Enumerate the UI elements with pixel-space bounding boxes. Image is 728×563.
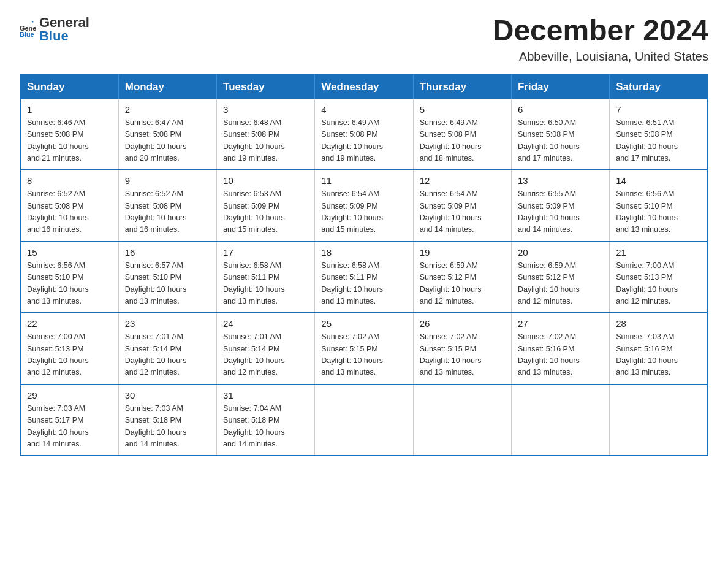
day-info: Sunrise: 6:55 AM Sunset: 5:09 PM Dayligh… [518,188,603,236]
empty-cell [315,385,413,456]
day-cell-5: 5 Sunrise: 6:49 AM Sunset: 5:08 PM Dayli… [413,99,511,170]
calendar-table: SundayMondayTuesdayWednesdayThursdayFrid… [20,74,708,457]
day-number: 6 [518,104,603,115]
calendar-subtitle: Abbeville, Louisiana, United States [493,50,708,64]
day-number: 12 [420,175,505,186]
header-saturday: Saturday [610,74,708,99]
day-cell-11: 11 Sunrise: 6:54 AM Sunset: 5:09 PM Dayl… [315,170,413,242]
day-info: Sunrise: 6:54 AM Sunset: 5:09 PM Dayligh… [420,188,505,236]
svg-text:Blue: Blue [20,31,34,39]
day-cell-21: 21 Sunrise: 7:00 AM Sunset: 5:13 PM Dayl… [610,242,708,313]
day-number: 14 [616,175,701,186]
day-number: 9 [125,175,210,186]
day-cell-6: 6 Sunrise: 6:50 AM Sunset: 5:08 PM Dayli… [511,99,609,170]
day-info: Sunrise: 6:47 AM Sunset: 5:08 PM Dayligh… [125,117,210,165]
page-header: General Blue General Blue December 2024 … [20,15,708,64]
day-cell-9: 9 Sunrise: 6:52 AM Sunset: 5:08 PM Dayli… [118,170,216,242]
week-row-2: 8 Sunrise: 6:52 AM Sunset: 5:08 PM Dayli… [20,170,708,242]
day-number: 17 [223,247,308,258]
day-number: 23 [125,318,210,329]
day-info: Sunrise: 6:49 AM Sunset: 5:08 PM Dayligh… [321,117,406,165]
day-cell-19: 19 Sunrise: 6:59 AM Sunset: 5:12 PM Dayl… [413,242,511,313]
day-number: 24 [223,318,308,329]
day-info: Sunrise: 7:02 AM Sunset: 5:15 PM Dayligh… [420,331,505,379]
day-info: Sunrise: 6:54 AM Sunset: 5:09 PM Dayligh… [321,188,406,236]
day-number: 20 [518,247,603,258]
day-cell-7: 7 Sunrise: 6:51 AM Sunset: 5:08 PM Dayli… [610,99,708,170]
day-info: Sunrise: 6:58 AM Sunset: 5:11 PM Dayligh… [321,260,406,308]
title-block: December 2024 Abbeville, Louisiana, Unit… [493,15,708,64]
day-cell-15: 15 Sunrise: 6:56 AM Sunset: 5:10 PM Dayl… [20,242,118,313]
day-number: 28 [616,318,701,329]
day-cell-13: 13 Sunrise: 6:55 AM Sunset: 5:09 PM Dayl… [511,170,609,242]
day-info: Sunrise: 7:04 AM Sunset: 5:18 PM Dayligh… [223,403,308,451]
day-info: Sunrise: 6:57 AM Sunset: 5:10 PM Dayligh… [125,260,210,308]
day-cell-17: 17 Sunrise: 6:58 AM Sunset: 5:11 PM Dayl… [217,242,315,313]
empty-cell [413,385,511,456]
day-number: 2 [125,104,210,115]
day-info: Sunrise: 6:56 AM Sunset: 5:10 PM Dayligh… [27,260,112,308]
day-cell-27: 27 Sunrise: 7:02 AM Sunset: 5:16 PM Dayl… [511,313,609,385]
day-number: 1 [27,104,112,115]
day-number: 21 [616,247,701,258]
day-cell-8: 8 Sunrise: 6:52 AM Sunset: 5:08 PM Dayli… [20,170,118,242]
header-wednesday: Wednesday [315,74,413,99]
day-number: 19 [420,247,505,258]
day-info: Sunrise: 7:00 AM Sunset: 5:13 PM Dayligh… [27,331,112,379]
day-info: Sunrise: 6:52 AM Sunset: 5:08 PM Dayligh… [125,188,210,236]
week-row-5: 29 Sunrise: 7:03 AM Sunset: 5:17 PM Dayl… [20,385,708,456]
day-number: 26 [420,318,505,329]
day-info: Sunrise: 7:02 AM Sunset: 5:15 PM Dayligh… [321,331,406,379]
calendar-title: December 2024 [493,15,708,47]
day-number: 4 [321,104,406,115]
day-number: 16 [125,247,210,258]
day-cell-4: 4 Sunrise: 6:49 AM Sunset: 5:08 PM Dayli… [315,99,413,170]
day-number: 8 [27,175,112,186]
calendar-body: 1 Sunrise: 6:46 AM Sunset: 5:08 PM Dayli… [20,99,708,456]
calendar-header: SundayMondayTuesdayWednesdayThursdayFrid… [20,74,708,99]
day-info: Sunrise: 6:50 AM Sunset: 5:08 PM Dayligh… [518,117,603,165]
header-tuesday: Tuesday [217,74,315,99]
day-info: Sunrise: 6:58 AM Sunset: 5:11 PM Dayligh… [223,260,308,308]
day-info: Sunrise: 6:49 AM Sunset: 5:08 PM Dayligh… [420,117,505,165]
day-number: 27 [518,318,603,329]
empty-cell [511,385,609,456]
day-number: 31 [223,390,308,400]
day-cell-20: 20 Sunrise: 6:59 AM Sunset: 5:12 PM Dayl… [511,242,609,313]
day-info: Sunrise: 6:48 AM Sunset: 5:08 PM Dayligh… [223,117,308,165]
day-info: Sunrise: 7:03 AM Sunset: 5:18 PM Dayligh… [125,403,210,451]
week-row-4: 22 Sunrise: 7:00 AM Sunset: 5:13 PM Dayl… [20,313,708,385]
day-number: 10 [223,175,308,186]
day-cell-12: 12 Sunrise: 6:54 AM Sunset: 5:09 PM Dayl… [413,170,511,242]
day-cell-28: 28 Sunrise: 7:03 AM Sunset: 5:16 PM Dayl… [610,313,708,385]
week-row-1: 1 Sunrise: 6:46 AM Sunset: 5:08 PM Dayli… [20,99,708,170]
day-info: Sunrise: 7:02 AM Sunset: 5:16 PM Dayligh… [518,331,603,379]
day-info: Sunrise: 6:46 AM Sunset: 5:08 PM Dayligh… [27,117,112,165]
header-friday: Friday [511,74,609,99]
header-thursday: Thursday [413,74,511,99]
day-cell-22: 22 Sunrise: 7:00 AM Sunset: 5:13 PM Dayl… [20,313,118,385]
empty-cell [610,385,708,456]
week-row-3: 15 Sunrise: 6:56 AM Sunset: 5:10 PM Dayl… [20,242,708,313]
logo: General Blue General Blue [20,15,89,45]
day-info: Sunrise: 6:51 AM Sunset: 5:08 PM Dayligh… [616,117,701,165]
day-info: Sunrise: 6:59 AM Sunset: 5:12 PM Dayligh… [518,260,603,308]
logo-blue-text: Blue [39,28,89,44]
day-info: Sunrise: 7:03 AM Sunset: 5:16 PM Dayligh… [616,331,701,379]
day-number: 18 [321,247,406,258]
svg-marker-2 [31,21,33,23]
day-cell-18: 18 Sunrise: 6:58 AM Sunset: 5:11 PM Dayl… [315,242,413,313]
day-cell-29: 29 Sunrise: 7:03 AM Sunset: 5:17 PM Dayl… [20,385,118,456]
day-info: Sunrise: 6:59 AM Sunset: 5:12 PM Dayligh… [420,260,505,308]
day-info: Sunrise: 7:01 AM Sunset: 5:14 PM Dayligh… [125,331,210,379]
day-number: 7 [616,104,701,115]
day-info: Sunrise: 6:56 AM Sunset: 5:10 PM Dayligh… [616,188,701,236]
day-number: 25 [321,318,406,329]
day-cell-24: 24 Sunrise: 7:01 AM Sunset: 5:14 PM Dayl… [217,313,315,385]
day-cell-23: 23 Sunrise: 7:01 AM Sunset: 5:14 PM Dayl… [118,313,216,385]
day-info: Sunrise: 7:01 AM Sunset: 5:14 PM Dayligh… [223,331,308,379]
day-cell-2: 2 Sunrise: 6:47 AM Sunset: 5:08 PM Dayli… [118,99,216,170]
day-cell-3: 3 Sunrise: 6:48 AM Sunset: 5:08 PM Dayli… [217,99,315,170]
day-number: 13 [518,175,603,186]
day-cell-14: 14 Sunrise: 6:56 AM Sunset: 5:10 PM Dayl… [610,170,708,242]
